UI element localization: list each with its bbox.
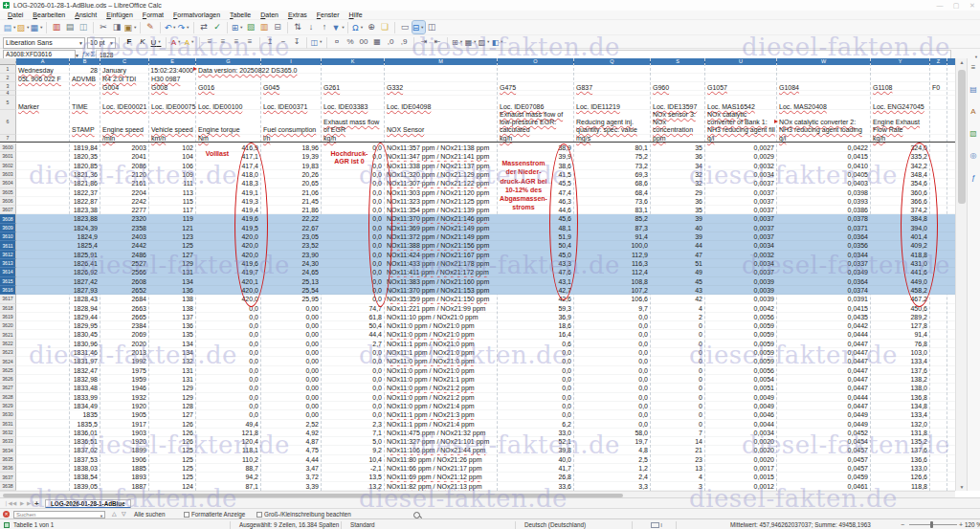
row-header-3615[interactable]: 3615 — [0, 277, 16, 286]
cell-O3622[interactable]: 0,6 — [498, 340, 571, 348]
cell-C3635[interactable]: 1906 — [100, 455, 146, 464]
cell-Q3638[interactable]: 3,3 — [574, 482, 648, 491]
cell-W3607[interactable]: 0,0386 — [777, 206, 868, 214]
cell-M3625[interactable]: NOx11:0 ppm / NOx21:0 ppm — [387, 366, 498, 375]
cell-B3638[interactable]: 1839,05 — [70, 482, 98, 491]
cell-S3619[interactable]: 2 — [651, 313, 702, 321]
cell-I3621[interactable]: 0,00 — [261, 330, 319, 339]
cell-G3634[interactable]: 118,1 — [196, 446, 258, 454]
zoom-slider[interactable] — [909, 524, 957, 525]
cell-I3631[interactable]: 2,52 — [261, 420, 319, 429]
cell-I3604[interactable]: 20,65 — [261, 179, 319, 187]
cell-I3638[interactable]: 3,39 — [261, 482, 319, 491]
cell-Q3637[interactable]: 2,4 — [574, 473, 648, 481]
functions-icon[interactable]: ƒ — [968, 173, 979, 182]
cell-Q3611[interactable]: 100,0 — [574, 241, 648, 250]
cell-G3635[interactable]: 110,2 — [196, 455, 258, 464]
cell-K3618[interactable]: 74,7 — [322, 304, 382, 313]
cell-Q3606[interactable]: 73,6 — [574, 197, 648, 206]
cell-I3613[interactable]: 24,30 — [261, 259, 319, 268]
cell-E3615[interactable]: 134 — [149, 277, 193, 286]
cell-I3628[interactable]: 0,00 — [261, 393, 319, 402]
cell-C3627[interactable]: 1946 — [100, 384, 146, 392]
row-header-3633[interactable]: 3633 — [0, 437, 16, 446]
cell-Q3604[interactable]: 68,6 — [574, 179, 648, 187]
cell-U3638[interactable]: 0,0012 — [705, 482, 774, 491]
cell-Y3619[interactable]: 289,2 — [871, 313, 927, 321]
cell-C3631[interactable]: 1917 — [100, 420, 146, 429]
cell-Q3626[interactable]: 0,0 — [574, 375, 648, 384]
cell-S3628[interactable]: 0 — [651, 393, 702, 402]
cell-Y3621[interactable]: 91,4 — [871, 330, 927, 339]
cell-I3617[interactable]: 25,95 — [261, 295, 319, 303]
cell-M3622[interactable]: NOx11:1 ppm / NOx21:0 ppm — [387, 340, 498, 348]
cell-K3633[interactable]: 5,0 — [322, 437, 382, 446]
row-header-6[interactable]: 6 — [0, 110, 16, 135]
cell-B3603[interactable]: 1821,36 — [70, 170, 98, 179]
cell-S3611[interactable]: 44 — [651, 241, 702, 250]
cell-U3631[interactable]: 0,0044 — [705, 420, 774, 429]
cell-I3611[interactable]: 23,52 — [261, 241, 319, 250]
cell-O3628[interactable]: 0,0 — [498, 393, 571, 402]
cell-G3[interactable]: G016 — [198, 82, 214, 91]
cell-C3604[interactable]: 2161 — [100, 179, 146, 187]
cell-Q3631[interactable]: 0,0 — [574, 420, 648, 429]
cell-G1[interactable]: Data version: 20250822 DS365.0 — [198, 65, 298, 74]
cell-M3633[interactable]: NOx11:327 ppm / NOx21:101 ppm — [387, 437, 498, 446]
cell-W3636[interactable]: 0,0457 — [777, 464, 868, 473]
cell-I3616[interactable]: 25,54 — [261, 286, 319, 295]
cell-U3608[interactable]: 0,0037 — [705, 214, 774, 223]
cell-S3615[interactable]: 45 — [651, 277, 702, 286]
cell-C3636[interactable]: 1885 — [100, 464, 146, 473]
cell-O3633[interactable]: 52,1 — [498, 437, 571, 446]
cell-I3629[interactable]: 0,00 — [261, 402, 319, 410]
cell-B3609[interactable]: 1824,39 — [70, 224, 98, 232]
cell-C3626[interactable]: 1959 — [100, 375, 146, 384]
cell-G3633[interactable]: 120,4 — [196, 437, 258, 446]
cell-E3626[interactable]: 131 — [149, 375, 193, 384]
cell-Y3637[interactable]: 126,6 — [871, 473, 927, 481]
cell-E6[interactable]: Vehicle speed — [151, 110, 194, 135]
cell-K3629[interactable]: 0,0 — [322, 402, 382, 410]
cell-A1[interactable]: Wednesday — [18, 65, 54, 74]
cell-U3609[interactable]: 0,0037 — [705, 224, 774, 232]
cell-M3601[interactable]: NOx11:347 ppm / NOx21:141 ppm — [387, 152, 498, 161]
cell-E3610[interactable]: 123 — [149, 232, 193, 241]
row-header-3605[interactable]: 3605 — [0, 188, 16, 197]
cell-Q3624[interactable]: 0,0 — [574, 357, 648, 365]
cell-I3635[interactable]: 4,44 — [261, 455, 319, 464]
cell-I3636[interactable]: 3,47 — [261, 464, 319, 473]
cell-Y3630[interactable]: 133,4 — [871, 410, 927, 419]
cell-W3[interactable]: G1084 — [779, 82, 799, 91]
cell-Y3628[interactable]: 136,8 — [871, 393, 927, 402]
cell-U3630[interactable]: 0,0046 — [705, 410, 774, 419]
match-case-checkbox[interactable] — [256, 512, 262, 518]
properties-icon[interactable]: ▤ — [968, 85, 979, 94]
cell-I3610[interactable]: 23,05 — [261, 232, 319, 241]
cell-G3628[interactable]: 0,0 — [196, 393, 258, 402]
cell-K3631[interactable]: 2,3 — [322, 420, 382, 429]
cell-I3615[interactable]: 25,13 — [261, 277, 319, 286]
cell-W3627[interactable]: 0,0447 — [777, 384, 868, 392]
cell-M3611[interactable]: NOx11:388 ppm / NOx21:156 ppm — [387, 241, 498, 250]
cell-I3627[interactable]: 0,00 — [261, 384, 319, 392]
styles-icon[interactable]: A — [968, 107, 979, 116]
cell-Y3638[interactable]: 118,8 — [871, 482, 927, 491]
cell-O3618[interactable]: 59,3 — [498, 304, 571, 313]
cell-M3613[interactable]: NOx11:433 ppm / NOx21:178 ppm — [387, 259, 498, 268]
cell-E3637[interactable]: 125 — [149, 473, 193, 481]
cell-I3602[interactable]: 19,83 — [261, 162, 319, 170]
cell-U3632[interactable]: 0,0034 — [705, 429, 774, 437]
cell-I3609[interactable]: 22,67 — [261, 224, 319, 232]
cell-U6[interactable]: NOx catalytic converter of Bank 1: NH3 r… — [707, 110, 775, 135]
cell-I3622[interactable]: 0,00 — [261, 340, 319, 348]
cell-W3629[interactable]: 0,0447 — [777, 402, 868, 410]
cell-B3615[interactable]: 1827,42 — [70, 277, 98, 286]
cell-K3630[interactable]: 0,0 — [322, 410, 382, 419]
cell-C3632[interactable]: 1903 — [100, 429, 146, 437]
cell-M3630[interactable]: NOx11:1 ppm / NOx21:3 ppm — [387, 410, 498, 419]
cell-W3622[interactable]: 0,0447 — [777, 340, 868, 348]
cell-W3625[interactable]: 0,0447 — [777, 366, 868, 375]
cell-M3606[interactable]: NOx11:323 ppm / NOx21:125 ppm — [387, 197, 498, 206]
row-header-3626[interactable]: 3626 — [0, 375, 16, 384]
